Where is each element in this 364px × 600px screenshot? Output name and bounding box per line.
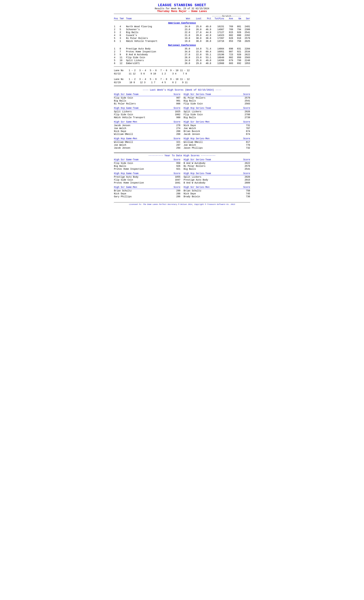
entry-score: 268 (172, 133, 180, 135)
col-header-lost: Lost (190, 17, 201, 20)
table-row: 3 2 Big Balls 22.0 27.0 44.9 17127 815 9… (114, 31, 250, 34)
team-ser: 2541 (241, 31, 250, 34)
list-item: Brian Schultz750 (184, 189, 250, 192)
entry-score: 1025 (172, 110, 180, 113)
ytd-hssm-title: High Scr Series-Men (184, 186, 210, 188)
national-conference-title: National Conference (114, 43, 250, 47)
team-won: 24.0 (179, 25, 190, 28)
entry-score: 745 (242, 192, 250, 195)
team-tm: 9 (120, 53, 126, 56)
team-totpins: 13716 (211, 40, 224, 42)
ytd-hssm-score-label: Score (243, 186, 250, 188)
team-pct: 40.8 (201, 62, 211, 65)
lane-section: Lane No1 - 23 - 45 - 67 - 89 - 1011 - 12… (114, 78, 250, 84)
team-lost: 27.0 (190, 31, 201, 34)
lw-hhst-title: High Hcp Series-Team (184, 107, 211, 109)
team-totpins: 14323 (211, 34, 224, 37)
entry-score: 1047 (172, 178, 180, 181)
team-won: 21.0 (179, 34, 190, 37)
list-item: Split Lickers2926 (184, 176, 250, 178)
team-lost: 30.0 (190, 40, 201, 42)
lane-section: Lane No1 - 23 - 45 - 67 - 89 - 1011 - 12… (114, 69, 250, 75)
lw-hsgt-title: High Scr Game-Team (114, 93, 138, 96)
team-tm: 1 (120, 40, 126, 42)
team-name: Bi Polar Rollers (126, 37, 179, 39)
team-pct: 49.0 (201, 25, 211, 28)
entry-score: 674 (242, 133, 250, 135)
team-won: 27.0 (179, 53, 190, 56)
list-item: Flip Side Coin2788 (184, 113, 250, 116)
team-ave: 709 (224, 28, 233, 31)
col-header-ave: Ave (224, 17, 233, 20)
team-gm: 926 (233, 31, 241, 34)
table-row: 4 11 Flip Side Coin 26.0 23.0 53.1 16848… (114, 56, 250, 59)
entry-name: Split Lickers (114, 110, 172, 113)
lane-value-row: 02/2910 812 31 74 56 29 11 (114, 81, 250, 84)
team-totpins: 16848 (211, 56, 224, 59)
table-row: 2 7 Protec Home Inspection 34.0 15.0 69.… (114, 50, 250, 53)
team-pos: 3 (114, 31, 120, 34)
team-name: Flip Side Coin (126, 56, 179, 59)
list-item: Jason Phillips732 (184, 147, 250, 150)
entry-score: 2926 (242, 176, 250, 178)
entry-name: Brian Busick (184, 130, 242, 132)
list-item: B And W Autobody2622 (184, 162, 250, 165)
col-header-ser: Ser (241, 17, 250, 20)
team-pct: 55.1 (201, 53, 211, 56)
team-pos: 6 (114, 62, 120, 65)
list-item: Split Lickers1025 (114, 110, 180, 113)
team-name: Cusack's (126, 34, 179, 37)
entry-score: 2788 (242, 113, 250, 116)
team-pos: 1 (114, 47, 120, 50)
team-tm: 11 (120, 56, 126, 59)
entry-name: Jacob Jensen (184, 133, 242, 135)
entry-score: 921 (172, 168, 180, 170)
ytd-hhst-score-label: Score (243, 172, 250, 175)
list-item: Nick Daye268 (114, 130, 180, 133)
lw-hssm-title: High Scr Series-Men (184, 121, 210, 123)
team-pct: 42.9 (201, 34, 211, 37)
entry-name: Big Balls (184, 100, 242, 102)
team-tm: 3 (120, 37, 126, 39)
team-ser: 2308 (241, 28, 250, 31)
entry-score: 268 (172, 130, 180, 132)
team-totpins: 14664 (211, 47, 224, 50)
entry-name: Nick Daye (114, 192, 172, 195)
table-row: 1 8 Prestige Auto Body 35.0 14.0 71.4 14… (114, 47, 250, 50)
lw-hsgm-score-label: Score (174, 121, 180, 123)
entry-name: Protec Home Inspection (114, 168, 172, 170)
team-gm: 950 (233, 56, 241, 59)
entry-score: 321 (172, 141, 180, 143)
team-pos: 5 (114, 37, 120, 39)
entry-name: Nick Daye (184, 192, 242, 195)
entry-score: 736 (242, 195, 250, 198)
entry-score: 866 (172, 103, 180, 105)
list-item: Nick Daye731 (184, 124, 250, 127)
team-gm: 756 (233, 40, 241, 42)
team-totpins: 16151 (211, 25, 224, 28)
team-gm: 920 (233, 53, 241, 56)
col-header-team: Team (126, 17, 179, 20)
table-row: 2 5 Schooner's 23.0 26.0 46.9 14907 709 … (114, 28, 250, 31)
entry-score: 299 (172, 189, 180, 192)
team-totpins: 14269 (211, 59, 224, 62)
lane-value-row: 02/2211 125 69 101 23 47 8 (114, 72, 250, 75)
team-ser: 2248 (241, 59, 250, 62)
team-pct: 44.9 (201, 31, 211, 34)
team-ser: 2204 (241, 47, 250, 50)
list-item: Prestige Auto Body2915 (184, 178, 250, 181)
team-ave: 802 (224, 56, 233, 59)
team-ave: 679 (224, 59, 233, 62)
team-lost: 14.0 (190, 47, 201, 50)
team-name: Embers1871 (126, 62, 179, 65)
entry-score: 288 (172, 192, 180, 195)
entry-score: 817 (242, 141, 250, 143)
team-tm: 6 (120, 34, 126, 37)
lw-hhst-score-label: Score (243, 107, 250, 109)
team-name: Big Balls (126, 31, 179, 34)
team-pct: 71.4 (201, 47, 211, 50)
team-name: Split Lickers (126, 59, 179, 62)
list-item: Big Balls2541 (184, 99, 250, 102)
entry-name: Bi Polar Rollers (114, 103, 172, 105)
col-header-totpins: TotPins (211, 17, 224, 20)
